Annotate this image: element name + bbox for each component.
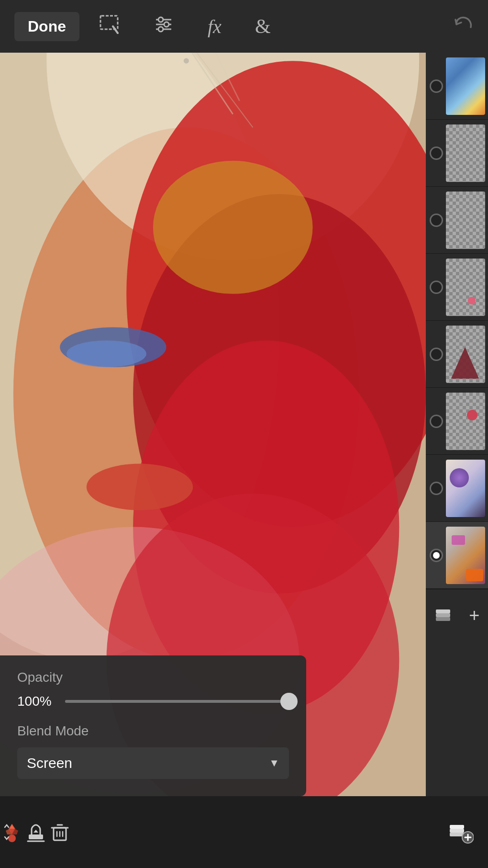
layer-radio-4[interactable] [430, 281, 443, 294]
toolbar-icons: fx & [99, 14, 474, 39]
layer-item[interactable] [426, 254, 488, 321]
svg-rect-34 [29, 834, 43, 839]
layer-thumb-5 [446, 326, 485, 383]
layer-item[interactable] [426, 187, 488, 254]
layer-thumb-8 [446, 527, 485, 584]
layer-item[interactable] [426, 120, 488, 187]
canvas-area[interactable]: Opacity 100% Blend Mode Screen ▼ [0, 53, 426, 868]
opacity-value: 100% [17, 694, 55, 709]
svg-rect-32 [436, 609, 450, 613]
svg-point-33 [8, 834, 16, 842]
blend-mode-value: Screen [27, 755, 72, 771]
layer-thumb-3 [446, 192, 485, 249]
layer-item[interactable] [426, 455, 488, 522]
svg-rect-30 [436, 617, 450, 621]
layer-radio-6[interactable] [430, 415, 443, 428]
svg-rect-31 [436, 613, 450, 617]
layer-item[interactable] [426, 388, 488, 455]
blend-mode-label: Blend Mode [17, 723, 289, 739]
layer-radio-5[interactable] [430, 348, 443, 361]
add-layer-icon[interactable]: + [469, 605, 479, 626]
blend-icon[interactable]: & [255, 15, 271, 38]
delete-button[interactable] [48, 820, 72, 844]
layer-radio-2[interactable] [430, 147, 443, 160]
layer-item[interactable] [426, 53, 488, 120]
adjustments-icon[interactable] [153, 14, 174, 39]
blend-mode-select[interactable]: Screen ▼ [17, 747, 289, 779]
main-area: Opacity 100% Blend Mode Screen ▼ [0, 53, 488, 868]
undo-icon[interactable] [453, 14, 474, 39]
blend-panel: Opacity 100% Blend Mode Screen ▼ [0, 655, 306, 796]
opacity-label: Opacity [17, 670, 289, 685]
svg-point-5 [158, 17, 163, 22]
layer-thumb-4 [446, 259, 485, 316]
svg-point-7 [158, 27, 163, 32]
paint-button[interactable] [0, 820, 24, 844]
svg-rect-43 [450, 829, 464, 833]
bottom-toolbar [0, 796, 488, 868]
add-layer-button[interactable] [448, 819, 474, 845]
done-button[interactable]: Done [14, 12, 79, 41]
top-toolbar: Done fx & [0, 0, 488, 53]
layer-thumb-1 [446, 57, 485, 115]
layer-item[interactable] [426, 321, 488, 388]
layer-radio-3[interactable] [430, 214, 443, 227]
layer-radio-8[interactable] [430, 549, 443, 562]
svg-point-15 [153, 161, 313, 294]
stamp-button[interactable] [24, 820, 48, 844]
opacity-row: 100% [17, 694, 289, 709]
slider-fill [65, 700, 289, 703]
layers-panel: + [426, 53, 488, 868]
svg-point-6 [164, 22, 169, 27]
layer-thumb-7 [446, 460, 485, 517]
svg-rect-0 [100, 16, 118, 29]
layers-bottom: + [426, 589, 488, 642]
svg-marker-29 [451, 347, 479, 378]
svg-point-17 [67, 340, 146, 367]
layer-radio-7[interactable] [430, 482, 443, 495]
svg-point-18 [87, 463, 193, 510]
slider-thumb[interactable] [280, 693, 298, 710]
layer-item[interactable] [426, 522, 488, 589]
opacity-slider[interactable] [65, 700, 289, 703]
layer-thumb-2 [446, 124, 485, 182]
layer-radio-1[interactable] [430, 79, 443, 93]
layer-4-spot [468, 297, 476, 304]
layer-thumb-6 [446, 393, 485, 450]
effects-icon[interactable]: fx [208, 15, 222, 38]
svg-point-23 [184, 58, 189, 64]
svg-rect-44 [450, 825, 464, 829]
dropdown-arrow-icon: ▼ [269, 757, 279, 769]
layers-icon[interactable] [434, 607, 452, 625]
select-tool-icon[interactable] [99, 14, 120, 39]
